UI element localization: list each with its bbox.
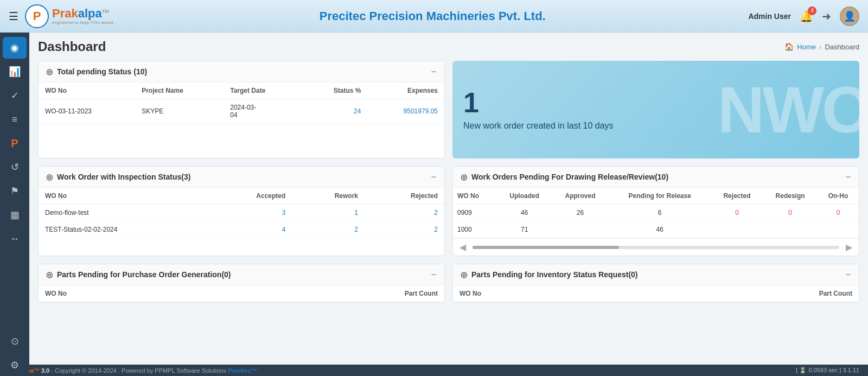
sidebar-item-settings[interactable]: ⚙ [3,354,27,376]
scroll-right-icon[interactable]: ▶ [844,241,854,253]
cell-wo: TEST-Status-02-02-2024 [39,221,208,238]
inventory-status-icon: ◎ [461,270,467,279]
footer-right: [ ⌛ 0.0593 sec ] 3.1.11 [796,367,859,374]
cell-redesign[interactable]: 0 [763,205,818,221]
col-wo-no: WO No [39,82,135,99]
cell-wo: 1000 [453,221,497,238]
cell-uploaded: 71 [497,221,552,238]
logout-icon[interactable]: ➜ [822,10,831,23]
cell-project: SKYPE [135,99,224,124]
main-content: Dashboard 🏠 Home › Dashboard ◎ Total pen… [29,33,868,376]
logo-area: P PrakalpaTM engineered to keep YOU ahea… [25,4,117,28]
breadcrumb-home[interactable]: Home [797,43,816,51]
sidebar-item-circle[interactable]: ⊙ [3,330,27,352]
cell-rework[interactable]: 2 [292,221,365,238]
cell-accepted[interactable]: 4 [208,221,292,238]
sidebar-item-dashboard[interactable]: ◉ [3,37,27,59]
cell-wo: 0909 [453,205,497,221]
pending-status-minimize[interactable]: − [431,67,437,77]
menu-icon[interactable]: ☰ [9,10,18,23]
purchase-order-card: ◎ Parts Pending for Purchase Order Gener… [38,264,445,303]
notification-badge: 4 [808,7,816,15]
po-col-wo: WO No [39,285,213,302]
pending-status-scroll[interactable]: WO No Project Name Target Date Status % … [39,82,444,124]
cell-rework[interactable]: 1 [292,205,365,221]
pending-status-table: WO No Project Name Target Date Status % … [39,82,444,124]
logo-tm: TM [102,9,109,14]
sidebar: ◉ 📊 ✓ ≡ P ↺ ⚑ ▦ ↔ ⊙ ⚙ [0,33,29,376]
col-target-date: Target Date [224,82,302,99]
cell-pending: 46 [608,221,711,238]
page-header: Dashboard 🏠 Home › Dashboard [38,39,859,54]
col-status-pct: Status % [302,82,368,99]
footer-brand: Prakalpa™ 3.0 - Copyright © 2014-2024 . … [9,367,257,374]
inspection-minimize[interactable]: − [431,172,437,182]
cell-rejected[interactable]: 2 [365,221,444,238]
sidebar-item-list[interactable]: ≡ [3,109,27,130]
breadcrumb-current: Dashboard [825,43,859,51]
insp-col-wo: WO No [39,188,208,205]
admin-user-label: Admin User [748,12,791,21]
sidebar-item-arrows[interactable]: ↔ [3,228,27,250]
cell-pending: 6 [608,205,711,221]
sidebar-item-analytics[interactable]: 📊 [3,61,27,82]
inventory-status-minimize[interactable]: − [845,270,851,279]
cell-rejected[interactable] [711,221,763,238]
inventory-status-title: ◎ Parts Pending for Inventory Status Req… [461,270,638,279]
dr-col-pending: Pending for Release [608,188,711,205]
cell-redesign[interactable] [763,221,818,238]
col-expenses: Expenses [367,82,444,99]
logo-alpa: alpa [78,7,102,20]
logo-text-block: PrakalpaTM engineered to keep YOU ahead.… [52,7,117,25]
cell-wo: Demo-flow-test [39,205,208,221]
cell-rejected[interactable]: 0 [711,205,763,221]
logo-tagline: engineered to keep YOU ahead... [52,20,117,25]
drawing-review-header: ◎ Work Orders Pending For Drawing Releas… [453,167,859,188]
inspection-status-header: ◎ Work Order with Inspection Status(3) − [39,167,444,188]
insp-col-accepted: Accepted [208,188,292,205]
nwo-number: 1 [463,88,848,117]
drawing-review-minimize[interactable]: − [845,172,851,182]
cell-expenses[interactable]: 9501979.05 [367,99,444,124]
sidebar-item-p[interactable]: P [3,132,27,154]
pending-status-body: WO No Project Name Target Date Status % … [39,82,444,124]
purchase-order-table: WO No Part Count [39,285,444,302]
sidebar-item-flag[interactable]: ⚑ [3,180,27,202]
cell-onho: 0 [818,205,859,221]
dr-col-uploaded: Uploaded [497,188,552,205]
drawing-review-title: ◎ Work Orders Pending For Drawing Releas… [461,173,668,181]
sidebar-item-grid[interactable]: ▦ [3,204,27,226]
table-row: 0909 46 26 6 0 0 0 [453,205,859,221]
dr-col-wo: WO No [453,188,497,205]
sidebar-item-check[interactable]: ✓ [3,85,27,106]
inspection-table: WO No Accepted Rework Rejected Demo-flow… [39,188,444,238]
purchase-order-icon: ◎ [46,270,53,279]
user-avatar[interactable]: 👤 [840,7,859,26]
purchase-order-minimize[interactable]: − [431,270,437,279]
sidebar-item-refresh[interactable]: ↺ [3,156,27,178]
cell-status[interactable]: 24 [302,99,368,124]
inv-col-count: Part Count [627,285,859,302]
logo-prak: Prak [52,7,78,20]
inventory-status-header: ◎ Parts Pending for Inventory Status Req… [453,264,859,285]
nwo-card: 1 New work order created in last 10 days… [452,61,859,158]
dr-col-approved: Approved [552,188,609,205]
app-header: ☰ P PrakalpaTM engineered to keep YOU ah… [0,0,868,33]
drawing-review-table: WO No Uploaded Approved Pending for Rele… [453,188,859,238]
cell-date: 2024-03-04 [224,99,302,124]
scroll-bar[interactable] [473,246,839,249]
cell-uploaded: 46 [497,205,552,221]
scroll-left-icon[interactable]: ◀ [457,241,468,253]
inspection-icon: ◎ [46,173,53,181]
drawing-review-scroll[interactable]: WO No Uploaded Approved Pending for Rele… [453,188,859,256]
logo-icon: P [25,4,49,28]
drawing-review-card: ◎ Work Orders Pending For Drawing Releas… [452,166,859,256]
pending-status-title: ◎ Total pending Status (10) [46,67,147,76]
col-project-name: Project Name [135,82,224,99]
scroll-thumb [473,246,619,249]
table-row: WO-03-11-2023 SKYPE 2024-03-04 24 950197… [39,99,444,124]
cell-accepted[interactable]: 3 [208,205,292,221]
inspection-scroll[interactable]: WO No Accepted Rework Rejected Demo-flow… [39,188,444,238]
cell-rejected[interactable]: 2 [365,205,444,221]
bell-button[interactable]: 🔔 4 [800,10,813,23]
